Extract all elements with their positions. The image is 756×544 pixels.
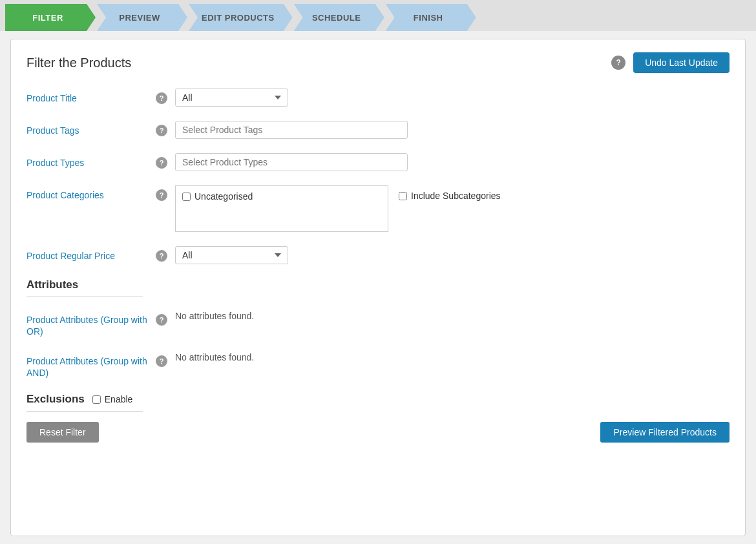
product-categories-label-cell: Product Categories bbox=[26, 185, 156, 201]
product-tags-help-icon[interactable]: ? bbox=[156, 125, 167, 136]
wizard-step-finish[interactable]: FINISH bbox=[386, 4, 476, 31]
product-types-input[interactable] bbox=[175, 153, 408, 171]
attributes-group-or-control: No attributes found. bbox=[175, 310, 730, 322]
uncategorised-checkbox[interactable] bbox=[182, 193, 191, 201]
attributes-section: Attributes Product Attributes (Group wit… bbox=[26, 278, 730, 379]
attributes-divider bbox=[26, 297, 143, 297]
product-title-label-cell: Product Title bbox=[26, 89, 156, 104]
product-categories-help-cell: ? bbox=[156, 185, 175, 201]
attributes-section-title: Attributes bbox=[26, 278, 730, 291]
attributes-group-and-help-icon[interactable]: ? bbox=[156, 355, 167, 367]
product-title-help-icon[interactable]: ? bbox=[156, 92, 167, 104]
filter-panel: Filter the Products ? Undo Last Update P… bbox=[10, 39, 746, 536]
product-title-label: Product Title bbox=[26, 93, 77, 103]
product-tags-input[interactable] bbox=[175, 121, 408, 139]
product-title-row: Product Title ? All bbox=[26, 89, 730, 107]
exclusions-title: Exclusions bbox=[26, 393, 85, 406]
exclusions-divider bbox=[26, 411, 143, 412]
reset-filter-button[interactable]: Reset Filter bbox=[26, 422, 99, 443]
category-uncategorised-item: Uncategorised bbox=[176, 186, 388, 207]
wizard-step-edit-products[interactable]: EDIT PRODUCTS bbox=[189, 4, 293, 31]
product-regular-price-select[interactable]: All bbox=[175, 246, 288, 264]
footer-buttons: Reset Filter Preview Filtered Products bbox=[26, 422, 730, 443]
exclusions-enable-checkbox[interactable] bbox=[92, 395, 101, 404]
attributes-group-or-label-cell: Product Attributes (Group with OR) bbox=[26, 310, 156, 337]
product-types-help-cell: ? bbox=[156, 153, 175, 169]
attributes-group-or-row: Product Attributes (Group with OR) ? No … bbox=[26, 310, 730, 337]
product-types-control bbox=[175, 153, 730, 171]
attributes-group-and-help-cell: ? bbox=[156, 351, 175, 367]
include-subcategories-row: Include Subcategories bbox=[399, 185, 501, 201]
uncategorised-label: Uncategorised bbox=[194, 191, 253, 202]
wizard-nav: FILTER PREVIEW EDIT PRODUCTS SCHEDULE FI… bbox=[0, 0, 756, 31]
attributes-group-and-row: Product Attributes (Group with AND) ? No… bbox=[26, 351, 730, 379]
wizard-step-filter-label: FILTER bbox=[32, 13, 63, 23]
wizard-step-preview-label: PREVIEW bbox=[119, 13, 160, 23]
wizard-step-schedule-label: SCHEDULE bbox=[312, 13, 361, 23]
wizard-step-preview[interactable]: PREVIEW bbox=[97, 4, 187, 31]
attributes-group-or-help-icon[interactable]: ? bbox=[156, 314, 167, 326]
attributes-group-and-label: Product Attributes (Group with AND) bbox=[26, 356, 147, 378]
exclusions-section: Exclusions Enable bbox=[26, 393, 730, 412]
product-tags-label: Product Tags bbox=[26, 125, 79, 136]
attributes-group-and-control: No attributes found. bbox=[175, 351, 730, 363]
product-categories-label: Product Categories bbox=[26, 190, 104, 200]
product-types-row: Product Types ? bbox=[26, 153, 730, 171]
include-subcategories-checkbox[interactable] bbox=[399, 192, 407, 200]
attributes-group-and-no-attrs: No attributes found. bbox=[175, 352, 254, 362]
product-types-label-cell: Product Types bbox=[26, 153, 156, 169]
panel-title: Filter the Products bbox=[26, 56, 131, 70]
exclusions-header-row: Exclusions Enable bbox=[26, 393, 730, 406]
product-regular-price-label-cell: Product Regular Price bbox=[26, 246, 156, 262]
include-subcategories-label: Include Subcategories bbox=[411, 191, 501, 201]
attributes-group-and-label-cell: Product Attributes (Group with AND) bbox=[26, 351, 156, 379]
product-types-label: Product Types bbox=[26, 158, 84, 168]
exclusions-enable-label: Enable bbox=[105, 394, 133, 404]
undo-last-update-button[interactable]: Undo Last Update bbox=[633, 52, 730, 73]
wizard-step-filter[interactable]: FILTER bbox=[5, 4, 96, 31]
panel-header-right: ? Undo Last Update bbox=[611, 52, 730, 73]
product-tags-control bbox=[175, 121, 730, 139]
wizard-step-finish-label: FINISH bbox=[414, 13, 443, 23]
wizard-step-edit-products-label: EDIT PRODUCTS bbox=[202, 13, 275, 23]
product-regular-price-help-cell: ? bbox=[156, 246, 175, 262]
product-title-control: All bbox=[175, 89, 730, 107]
product-tags-row: Product Tags ? bbox=[26, 121, 730, 139]
attributes-group-or-help-cell: ? bbox=[156, 310, 175, 326]
product-categories-help-icon[interactable]: ? bbox=[156, 189, 167, 201]
product-regular-price-row: Product Regular Price ? All bbox=[26, 246, 730, 264]
product-types-help-icon[interactable]: ? bbox=[156, 157, 167, 169]
product-tags-help-cell: ? bbox=[156, 121, 175, 136]
product-regular-price-control: All bbox=[175, 246, 730, 264]
panel-help-icon[interactable]: ? bbox=[611, 56, 625, 70]
product-categories-row: Product Categories ? Uncategorised Inclu… bbox=[26, 185, 730, 232]
attributes-group-or-label: Product Attributes (Group with OR) bbox=[26, 315, 147, 337]
wizard-step-schedule[interactable]: SCHEDULE bbox=[294, 4, 384, 31]
main-content: Filter the Products ? Undo Last Update P… bbox=[0, 31, 756, 544]
enable-checkbox-row: Enable bbox=[92, 394, 133, 404]
product-categories-control: Uncategorised Include Subcategories bbox=[175, 185, 730, 232]
product-tags-label-cell: Product Tags bbox=[26, 121, 156, 136]
product-regular-price-help-icon[interactable]: ? bbox=[156, 250, 167, 262]
attributes-group-or-no-attrs: No attributes found. bbox=[175, 311, 254, 321]
preview-filtered-products-button[interactable]: Preview Filtered Products bbox=[600, 422, 730, 443]
product-regular-price-label: Product Regular Price bbox=[26, 251, 115, 261]
product-title-help-cell: ? bbox=[156, 89, 175, 104]
categories-listbox[interactable]: Uncategorised bbox=[175, 185, 388, 232]
panel-header: Filter the Products ? Undo Last Update bbox=[26, 52, 730, 73]
product-title-select[interactable]: All bbox=[175, 89, 288, 107]
